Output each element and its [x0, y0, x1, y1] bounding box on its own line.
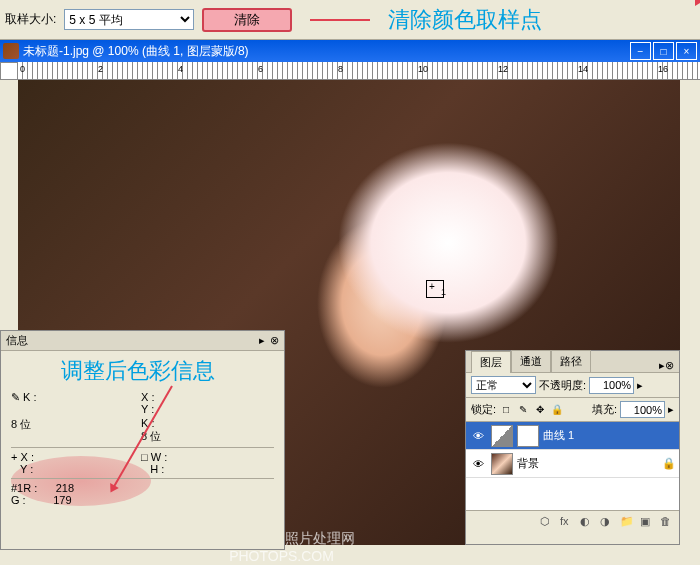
layers-panel: 图层 通道 路径 ▸ ⊗ 正常 不透明度: ▸ 锁定: □ ✎ ✥ 🔒 填充: … [465, 350, 680, 545]
eyedropper-icon: ✎ [11, 391, 20, 403]
fill-flyout-icon[interactable]: ▸ [668, 403, 674, 416]
info-panel-close-icon[interactable]: ⊗ [270, 334, 279, 347]
lock-all-icon[interactable]: 🔒 [550, 403, 564, 417]
mask-thumb[interactable] [517, 425, 539, 447]
new-layer-icon[interactable]: ▣ [640, 515, 654, 529]
lock-transparency-icon[interactable]: □ [499, 403, 513, 417]
folder-icon[interactable]: 📁 [620, 515, 634, 529]
clear-button[interactable]: 清除 [202, 8, 292, 32]
layer-name[interactable]: 背景 [517, 456, 539, 471]
info-panel: 信息 ▸ ⊗ 调整后色彩信息 ✎ K : X :Y : 8 位 K :8 位 +… [0, 330, 285, 550]
layers-panel-tabs: 图层 通道 路径 ▸ ⊗ [466, 351, 679, 373]
info-tab[interactable]: 信息 [6, 333, 28, 348]
info-annotation-text: 调整后色彩信息 [61, 356, 215, 386]
mask-icon[interactable]: ◐ [580, 515, 594, 529]
document-title: 未标题-1.jpg @ 100% (曲线 1, 图层蒙版/8) [23, 43, 630, 60]
layer-name[interactable]: 曲线 1 [543, 428, 574, 443]
trash-icon[interactable]: 🗑 [660, 515, 674, 529]
layer-item-curves[interactable]: 👁 曲线 1 [466, 422, 679, 450]
link-icon[interactable]: ⬡ [540, 515, 554, 529]
blend-mode-select[interactable]: 正常 [471, 376, 536, 394]
opacity-input[interactable] [589, 377, 634, 394]
info-panel-menu-icon[interactable]: ▸ [259, 334, 265, 347]
options-bar: 取样大小: 5 x 5 平均 清除 清除颜色取样点 [0, 0, 700, 40]
clear-annotation-text: 清除颜色取样点 [388, 5, 542, 35]
layer-options-row: 正常 不透明度: ▸ [466, 373, 679, 398]
tab-layers[interactable]: 图层 [471, 351, 511, 373]
adjustment-icon[interactable]: ◑ [600, 515, 614, 529]
horizontal-ruler[interactable]: 0 2 4 6 8 10 12 14 16 [18, 62, 700, 80]
adjustment-thumb[interactable] [491, 425, 513, 447]
color-sampler-marker[interactable]: 1 [426, 280, 444, 298]
opacity-flyout-icon[interactable]: ▸ [637, 379, 643, 392]
layer-item-background[interactable]: 👁 背景 🔒 [466, 450, 679, 478]
maximize-button[interactable]: □ [653, 42, 674, 60]
document-title-bar: 未标题-1.jpg @ 100% (曲线 1, 图层蒙版/8) − □ × [0, 40, 700, 62]
arrow-annotation-icon [310, 19, 370, 21]
visibility-icon[interactable]: 👁 [469, 455, 487, 473]
panel-close-icon[interactable]: ⊗ [665, 359, 674, 372]
info-panel-header[interactable]: 信息 ▸ ⊗ [1, 331, 284, 351]
lock-position-icon[interactable]: ✥ [533, 403, 547, 417]
lock-options-row: 锁定: □ ✎ ✥ 🔒 填充: ▸ [466, 398, 679, 422]
layers-toolbar: ⬡ fx ◐ ◑ 📁 ▣ 🗑 [466, 510, 679, 532]
tab-channels[interactable]: 通道 [511, 350, 551, 372]
window-controls: − □ × [630, 42, 697, 60]
layer-list: 👁 曲线 1 👁 背景 🔒 [466, 422, 679, 510]
ruler-origin[interactable] [0, 62, 18, 80]
tab-paths[interactable]: 路径 [551, 350, 591, 372]
lock-icon: 🔒 [662, 457, 676, 470]
visibility-icon[interactable]: 👁 [469, 427, 487, 445]
layer-thumb[interactable] [491, 453, 513, 475]
minimize-button[interactable]: − [630, 42, 651, 60]
sample-size-label: 取样大小: [5, 11, 56, 28]
close-button[interactable]: × [676, 42, 697, 60]
lock-pixels-icon[interactable]: ✎ [516, 403, 530, 417]
fx-icon[interactable]: fx [560, 515, 574, 529]
fill-input[interactable] [620, 401, 665, 418]
sample-size-select[interactable]: 5 x 5 平均 [64, 9, 194, 30]
document-icon [3, 43, 19, 59]
